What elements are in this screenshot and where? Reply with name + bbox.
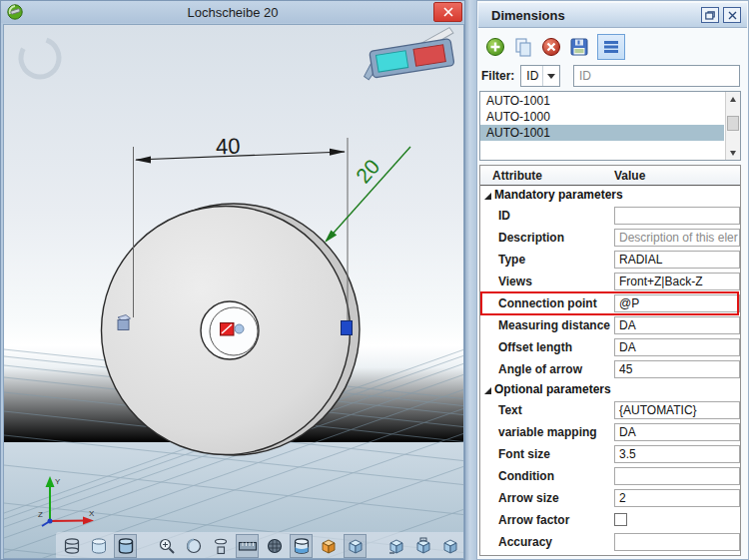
value-field[interactable]: DA [614, 316, 740, 334]
edge-handle-left[interactable] [118, 315, 131, 330]
window-titlebar[interactable]: Lochscheibe 20 [1, 1, 464, 23]
attribute-label: Offset length [498, 340, 572, 354]
iso-view-icon[interactable] [344, 534, 367, 558]
close-icon[interactable] [433, 2, 462, 22]
group-label: Optional parameters [494, 382, 611, 396]
dim-40-label: 40 [215, 134, 240, 160]
value-field[interactable]: 2 [614, 489, 740, 507]
mesh-icon[interactable] [263, 534, 286, 558]
attribute-label: Accuracy [498, 535, 552, 549]
attribute-row[interactable]: TypeRADIAL [480, 249, 740, 271]
arrow-factor-checkbox[interactable] [614, 513, 627, 526]
attribute-row[interactable]: ID [480, 205, 740, 227]
orbit-icon[interactable] [182, 534, 205, 558]
attribute-row[interactable]: ViewsFront+Z|Back-Z [480, 271, 740, 292]
filter-text-input[interactable] [573, 65, 740, 87]
attribute-row[interactable]: Connection point@P [480, 292, 740, 314]
save-dimensions-button[interactable] [565, 34, 593, 60]
filter-row: Filter: ID [481, 64, 740, 88]
panel-close-icon[interactable] [723, 7, 741, 23]
attribute-label: Description [498, 231, 564, 245]
dimensions-panel: Dimensions [476, 0, 749, 560]
attribute-label: Angle of arrow [498, 362, 582, 376]
view-wireframe-icon[interactable] [60, 534, 83, 558]
value-field[interactable] [614, 467, 740, 485]
axis-x-label: X [89, 509, 95, 518]
attribute-row[interactable]: Arrow factor [480, 509, 740, 531]
value-field[interactable]: Description of this eler [614, 229, 740, 247]
delete-dimension-button[interactable] [537, 34, 565, 60]
connection-point-marker[interactable] [221, 323, 245, 336]
group-label: Mandatory parameters [494, 188, 623, 202]
header-value: Value [614, 169, 645, 183]
scroll-down-icon[interactable] [726, 146, 740, 160]
edge-handle-right[interactable] [342, 321, 353, 335]
attribute-row[interactable]: Font size3.5 [480, 443, 740, 465]
value-field[interactable] [614, 207, 740, 225]
list-item[interactable]: AUTO-1000 [480, 109, 724, 125]
value-field[interactable] [614, 533, 740, 551]
copy-dimension-button[interactable] [509, 34, 537, 60]
value-field[interactable]: Front+Z|Back-Z [614, 273, 740, 290]
attribute-row[interactable]: Arrow size2 [480, 487, 740, 509]
header-attribute: Attribute [492, 169, 542, 183]
viewport-3d[interactable]: 40 20 Y X Z [3, 24, 464, 559]
value-field[interactable]: DA [614, 338, 740, 356]
orange-box-icon[interactable] [317, 534, 340, 558]
group-row[interactable]: Optional parameters [480, 380, 740, 399]
attribute-label: Measuring distance [498, 318, 610, 332]
group-row[interactable]: Mandatory parameters [480, 186, 740, 205]
measure-icon[interactable] [236, 534, 259, 558]
panel-toolbar [481, 33, 625, 61]
panel-titlebar[interactable]: Dimensions [478, 3, 747, 28]
attribute-table-body: Mandatory parametersIDDescriptionDescrip… [480, 186, 740, 553]
view-cube-back-icon[interactable] [384, 534, 407, 558]
view-shaded-icon[interactable] [87, 534, 110, 558]
attribute-label: Arrow size [498, 491, 559, 505]
attribute-row[interactable]: Condition [480, 465, 740, 487]
attribute-label: variable mapping [498, 425, 597, 439]
chevron-down-icon[interactable] [542, 66, 559, 86]
attribute-row[interactable]: Offset lengthDA [480, 336, 740, 358]
section-icon[interactable] [290, 534, 313, 558]
filter-field-value: ID [526, 69, 538, 83]
value-field[interactable]: DA [614, 423, 740, 441]
attribute-row[interactable]: Text{AUTOMATIC} [480, 399, 740, 421]
turntable-icon[interactable] [209, 534, 232, 558]
attribute-row[interactable]: DescriptionDescription of this eler [480, 227, 740, 249]
view-cube-top-icon[interactable] [411, 534, 434, 558]
attribute-row[interactable]: Measuring distanceDA [480, 314, 740, 336]
value-field[interactable]: 3.5 [614, 445, 740, 463]
filter-label: Filter: [481, 69, 514, 83]
scroll-thumb[interactable] [727, 116, 739, 131]
dimension-listbox[interactable]: AUTO-1001AUTO-1000AUTO-1001 [479, 91, 741, 161]
attribute-label: Connection point [498, 296, 597, 310]
cad-window: Lochscheibe 20 [0, 0, 465, 560]
value-field[interactable]: 45 [614, 360, 740, 378]
value-field[interactable]: RADIAL [614, 251, 740, 269]
filter-field-dropdown[interactable]: ID [520, 65, 560, 87]
viewport-toolbar [56, 532, 464, 559]
value-field[interactable]: {AUTOMATIC} [614, 401, 740, 419]
attribute-row[interactable]: Accuracy [480, 531, 740, 553]
list-item[interactable]: AUTO-1001 [480, 93, 724, 109]
zoom-icon[interactable] [155, 534, 178, 558]
float-panel-icon[interactable] [701, 7, 719, 23]
attribute-label: ID [498, 209, 510, 223]
attribute-row[interactable]: Angle of arrow45 [480, 358, 740, 380]
attribute-label: Text [498, 403, 522, 417]
scene-3d: 40 20 Y X Z [4, 25, 464, 559]
dimension-list: AUTO-1001AUTO-1000AUTO-1001 [480, 93, 724, 141]
expand-icon[interactable] [484, 387, 491, 394]
scroll-up-icon[interactable] [726, 92, 740, 106]
attribute-row[interactable]: variable mappingDA [480, 421, 740, 443]
expand-icon[interactable] [484, 193, 491, 200]
view-cube-front-icon[interactable] [438, 534, 461, 558]
axis-z-label: Z [38, 510, 43, 519]
list-item[interactable]: AUTO-1001 [480, 125, 724, 141]
add-dimension-button[interactable] [481, 34, 509, 60]
value-field[interactable]: @P [614, 294, 740, 312]
list-scrollbar[interactable] [725, 92, 740, 160]
menu-icon[interactable] [597, 34, 625, 60]
view-solid-icon[interactable] [114, 534, 137, 558]
